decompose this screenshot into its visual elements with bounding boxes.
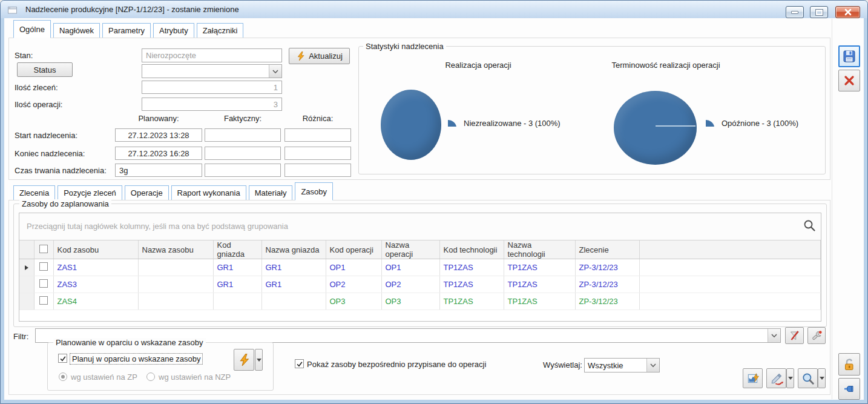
cell: GR1 <box>213 276 261 293</box>
koniec-planowany-field[interactable]: 27.12.2023 16:28 <box>115 147 202 160</box>
cell <box>138 276 213 293</box>
cell: TP1ZAS <box>504 276 575 293</box>
cancel-button[interactable] <box>838 70 860 91</box>
row-checkbox[interactable] <box>34 276 53 293</box>
planuj-checkbox-label[interactable]: Planuj w oparciu o wskazane zasoby <box>70 354 202 364</box>
plan-resources-button[interactable] <box>234 349 254 371</box>
row-indicator-header <box>19 240 34 259</box>
koniec-planowany-value: 27.12.2023 16:28 <box>128 149 189 158</box>
clear-filter-button[interactable] <box>785 327 804 344</box>
table-row[interactable]: ZAS4 OP3 OP3 TP1ZAS TP1ZAS ZP-3/12/23 <box>19 293 821 310</box>
top-tab-strip: Ogólne Nagłówek Parametry Atrybuty Załąc… <box>13 20 246 38</box>
cell <box>261 293 326 310</box>
col-nazwa-technologii[interactable]: Nazwa technologii <box>504 240 575 259</box>
col-kod-technologii[interactable]: Kod technologii <box>439 240 504 259</box>
ilosc-operacji-field[interactable]: 3 <box>142 98 282 111</box>
filter-builder-button[interactable] <box>807 327 826 344</box>
tab-parametry[interactable]: Parametry <box>102 23 151 38</box>
cell <box>138 293 213 310</box>
status-button[interactable]: Status <box>17 62 73 77</box>
radio-wg-nzp-label[interactable]: wg ustawień na NZP <box>159 373 231 382</box>
chart-right-legend: Opóźnione - 3 (100%) <box>722 119 798 128</box>
lock-button[interactable] <box>838 353 860 376</box>
preview-dropdown[interactable] <box>818 368 826 388</box>
preview-button[interactable] <box>798 368 818 388</box>
czas-faktyczny-field[interactable] <box>205 164 281 177</box>
edit-operations-dropdown[interactable] <box>786 368 794 388</box>
col-roznica-header: Różnica: <box>284 114 351 123</box>
pokaz-zasoby-label[interactable]: Pokaż zasoby bezpośrednio przypisane do … <box>307 360 486 369</box>
start-roznica-field[interactable] <box>284 128 351 142</box>
col-kod-zasobu[interactable]: Kod zasobu <box>53 240 138 259</box>
ilosc-zlecen-field[interactable]: 1 <box>142 81 282 94</box>
checkbox-icon <box>39 279 48 288</box>
titlebar[interactable]: Nadzlecenie produkcyjne [NZP-1/12/23] - … <box>1 1 867 18</box>
tab-atrybuty[interactable]: Atrybuty <box>153 23 194 38</box>
start-planowany-field[interactable]: 27.12.2023 13:28 <box>115 128 202 142</box>
tab-zalaczniki[interactable]: Załączniki <box>197 23 244 38</box>
radio-wg-zp-label[interactable]: wg ustawień na ZP <box>71 373 137 382</box>
tab-materialy[interactable]: Materiały <box>249 185 293 200</box>
tab-pozycje-zlecen[interactable]: Pozycje zleceń <box>58 185 122 200</box>
tab-operacje[interactable]: Operacje <box>125 185 169 200</box>
chart-left-title: Realizacja operacji <box>387 61 569 70</box>
zasoby-group-label: Zasoby do zaplanowania <box>19 199 111 208</box>
pokaz-zasoby-checkbox[interactable] <box>295 359 304 368</box>
ilosc-zlecen-label: Ilość zleceń: <box>15 83 58 92</box>
col-zlecenie[interactable]: Zlecenie <box>575 240 639 259</box>
pin-button[interactable] <box>838 378 860 400</box>
magnifier-blue-icon <box>801 372 815 385</box>
tab-ogolne[interactable]: Ogólne <box>13 20 51 38</box>
legend-swatch-icon <box>704 115 717 128</box>
row-checkbox[interactable] <box>34 293 53 310</box>
radio-wg-nzp[interactable] <box>146 373 155 381</box>
plan-resources-dropdown[interactable] <box>255 349 263 371</box>
edit-operations-button[interactable] <box>766 368 786 388</box>
table-row[interactable]: ZAS1 GR1 GR1 OP1 OP1 TP1ZAS TP1ZAS ZP-3/… <box>19 259 821 276</box>
groupby-area[interactable]: Przeciągnij tutaj nagłówek kolumny, jeśl… <box>19 213 821 240</box>
czas-roznica-field[interactable] <box>284 164 351 177</box>
maximize-button[interactable] <box>810 6 828 18</box>
form-window-icon <box>7 5 18 15</box>
cell: TP1ZAS <box>504 259 575 276</box>
tab-zasoby[interactable]: Zasoby <box>295 182 333 200</box>
minimize-button[interactable] <box>786 6 804 18</box>
save-button[interactable] <box>838 45 860 67</box>
cell: OP3 <box>326 293 381 310</box>
select-all-checkbox[interactable] <box>34 240 53 259</box>
col-nazwa-gniazda[interactable]: Nazwa gniazda <box>261 240 326 259</box>
table-header-row: Kod zasobu Nazwa zasobu Kod gniazda Nazw… <box>19 240 821 259</box>
cell: ZP-3/12/23 <box>575 259 639 276</box>
start-faktyczny-field[interactable] <box>205 128 281 142</box>
col-kod-operacji[interactable]: Kod operacji <box>326 240 381 259</box>
radio-wg-zp[interactable] <box>59 373 67 381</box>
maximize-icon <box>816 10 823 15</box>
stan-field[interactable]: Nierozpoczęte <box>142 48 282 62</box>
close-button[interactable] <box>835 6 860 18</box>
col-nazwa-zasobu[interactable]: Nazwa zasobu <box>138 240 213 259</box>
table-row[interactable]: ZAS3 GR1 GR1 OP2 OP2 TP1ZAS TP1ZAS ZP-3/… <box>19 276 821 293</box>
chevron-down-icon <box>257 359 261 362</box>
status-button-label: Status <box>34 65 56 75</box>
tab-zlecenia[interactable]: Zlecenia <box>13 185 55 200</box>
czas-planowany-field[interactable]: 3g <box>115 164 202 177</box>
tab-naglowek[interactable]: Nagłówek <box>53 23 100 38</box>
tab-raport-wykonania[interactable]: Raport wykonania <box>171 185 246 200</box>
grid-search-button[interactable] <box>803 219 817 236</box>
plan-chart-button[interactable] <box>743 368 763 388</box>
pie-chart-terminowosc <box>614 91 697 165</box>
wyswietlaj-combobox[interactable]: Wszystkie <box>584 358 660 373</box>
aktualizuj-button[interactable]: Aktualizuj <box>289 48 350 64</box>
planuj-checkbox[interactable] <box>58 354 67 363</box>
wyswietlaj-label: Wyświetlaj: <box>543 360 582 369</box>
col-kod-gniazda[interactable]: Kod gniazda <box>213 240 261 259</box>
status-combobox-value <box>142 65 269 78</box>
koniec-roznica-field[interactable] <box>284 147 351 160</box>
row-checkbox[interactable] <box>34 259 53 276</box>
cell <box>213 293 261 310</box>
cell: TP1ZAS <box>439 276 504 293</box>
cell: ZAS4 <box>53 293 138 310</box>
status-combobox[interactable] <box>142 64 282 78</box>
koniec-faktyczny-field[interactable] <box>205 147 281 160</box>
col-nazwa-operacji[interactable]: Nazwa operacji <box>381 240 439 259</box>
